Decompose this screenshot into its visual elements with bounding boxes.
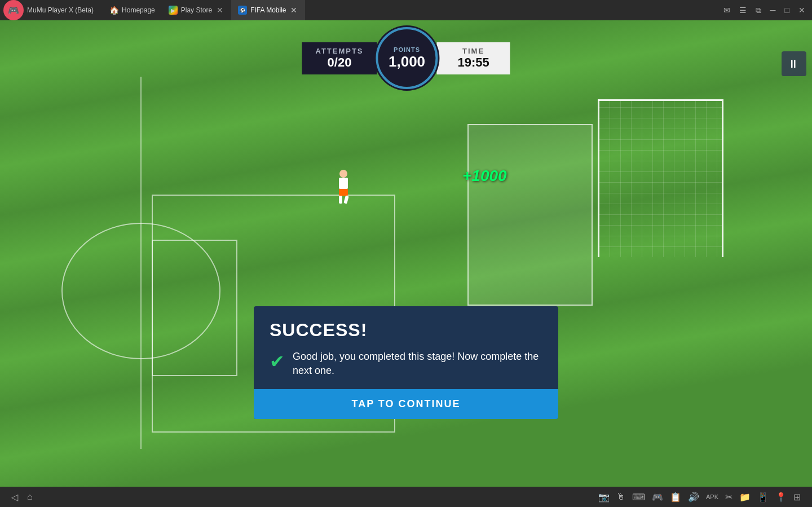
tab-playstore[interactable]: ▶ Play Store ✕ [162, 0, 231, 20]
titlebar: 🎮 MuMu Player X (Beta) 🏠 Homepage ▶ Play… [0, 0, 812, 20]
restore-icon[interactable]: ⧉ [753, 6, 764, 15]
points-value: 1,000 [389, 53, 425, 70]
game-area: ATTEMPTS 0/20 POINTS 1,000 TIME 19:55 ⏸ … [0, 20, 812, 487]
tab-fifa-label: FIFA Mobile [250, 6, 286, 14]
taskbar-nav: ◁ ⌂ [11, 492, 33, 502]
success-title: SUCCESS! [270, 320, 542, 341]
clipboard-icon[interactable]: 📋 [670, 492, 681, 502]
keyboard-icon[interactable]: ⌨ [632, 492, 645, 502]
attempts-label: ATTEMPTS [315, 47, 363, 55]
location-icon[interactable]: 📍 [775, 492, 787, 502]
time-label: TIME [451, 47, 497, 55]
points-circle: POINTS 1,000 [376, 27, 438, 89]
hud: ATTEMPTS 0/20 POINTS 1,000 TIME 19:55 [302, 27, 510, 89]
score-popup: +1000 [462, 167, 507, 185]
time-box: TIME 19:55 [437, 42, 510, 74]
multiwindow-icon[interactable]: ⊞ [793, 492, 801, 502]
window-controls: ✉ ☰ ⧉ ─ □ ✕ [721, 6, 812, 15]
volume-icon[interactable]: 🔊 [688, 492, 699, 502]
phone-icon[interactable]: 📱 [757, 492, 769, 502]
success-body: ✔ Good job, you completed this stage! No… [270, 350, 542, 378]
camera-icon[interactable]: 📷 [598, 492, 610, 502]
fifa-icon: ⚽ [238, 6, 247, 15]
taskbar: ◁ ⌂ 📷 🖱 ⌨ 🎮 📋 🔊 APK ✂ 📁 📱 📍 ⊞ [0, 487, 812, 507]
maximize-icon[interactable]: □ [783, 6, 792, 15]
home-taskbar-icon[interactable]: ⌂ [27, 492, 33, 502]
close-icon[interactable]: ✕ [796, 6, 807, 15]
tab-fifa[interactable]: ⚽ FIFA Mobile ✕ [231, 0, 305, 20]
success-content: SUCCESS! ✔ Good job, you completed this … [254, 306, 558, 389]
tap-to-continue-button[interactable]: TAP TO CONTINUE [254, 389, 558, 419]
app-logo: 🎮 [3, 0, 24, 20]
pause-button[interactable]: ⏸ [782, 51, 806, 76]
checkmark-icon: ✔ [270, 351, 285, 372]
mail-icon[interactable]: ✉ [721, 6, 732, 15]
taskbar-tools: 📷 🖱 ⌨ 🎮 📋 🔊 APK ✂ 📁 📱 📍 ⊞ [598, 492, 801, 502]
tab-fifa-close[interactable]: ✕ [289, 6, 298, 15]
attempts-value: 0/20 [315, 55, 363, 70]
tab-playstore-label: Play Store [181, 6, 212, 14]
crop-icon[interactable]: ✂ [725, 492, 732, 502]
playstore-icon: ▶ [169, 6, 178, 15]
app-title: MuMu Player X (Beta) [27, 6, 94, 14]
tab-playstore-close[interactable]: ✕ [215, 6, 224, 15]
tab-homepage[interactable]: 🏠 Homepage [103, 0, 162, 20]
attempts-box: ATTEMPTS 0/20 [302, 42, 377, 74]
points-label: POINTS [394, 46, 420, 53]
mouse-icon[interactable]: 🖱 [616, 492, 625, 502]
success-dialog: SUCCESS! ✔ Good job, you completed this … [254, 306, 558, 419]
home-icon: 🏠 [109, 6, 118, 15]
time-value: 19:55 [451, 55, 497, 70]
pause-icon: ⏸ [788, 58, 801, 70]
back-icon[interactable]: ◁ [11, 492, 18, 502]
success-message: Good job, you completed this stage! Now … [293, 350, 542, 378]
tab-homepage-label: Homepage [122, 6, 155, 14]
apk-icon[interactable]: APK [706, 493, 718, 500]
soccer-goal [598, 99, 767, 325]
gamepad-icon[interactable]: 🎮 [652, 492, 663, 502]
menu-icon[interactable]: ☰ [737, 6, 749, 15]
player-figure [338, 170, 348, 198]
minimize-icon[interactable]: ─ [768, 6, 778, 15]
folder-icon[interactable]: 📁 [739, 492, 751, 502]
